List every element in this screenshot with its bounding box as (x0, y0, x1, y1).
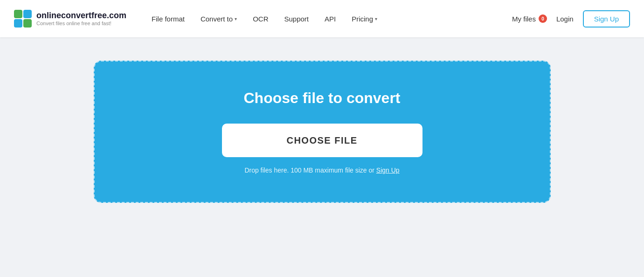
main-nav: File format Convert to ▾ OCR Support API… (145, 11, 512, 27)
nav-item-api[interactable]: API (318, 11, 342, 27)
files-count-badge: 0 (539, 14, 547, 23)
login-link[interactable]: Login (556, 15, 574, 23)
svg-rect-2 (14, 19, 22, 28)
svg-rect-0 (14, 10, 22, 18)
nav-item-convert-to[interactable]: Convert to ▾ (194, 11, 243, 27)
pricing-chevron-icon: ▾ (375, 16, 377, 21)
header-right: My files 0 Login Sign Up (512, 10, 630, 28)
nav-item-support[interactable]: Support (277, 11, 315, 27)
nav-item-pricing[interactable]: Pricing ▾ (345, 11, 384, 27)
brand-subtitle: Convert files online free and fast! (36, 21, 126, 27)
drop-hint: Drop files here. 100 MB maximum file siz… (244, 166, 399, 174)
upload-dropzone[interactable]: Choose file to convert CHOOSE FILE Drop … (94, 61, 551, 203)
logo-link[interactable]: onlineconvertfree.com Convert files onli… (14, 10, 126, 28)
my-files-link[interactable]: My files 0 (512, 14, 547, 23)
brand-title: onlineconvertfree.com (36, 11, 126, 21)
logo-icon (14, 10, 32, 28)
convert-to-chevron-icon: ▾ (235, 16, 237, 21)
choose-file-button[interactable]: CHOOSE FILE (222, 124, 422, 157)
upload-title: Choose file to convert (243, 90, 400, 107)
drop-hint-signup-link[interactable]: Sign Up (376, 166, 400, 174)
my-files-label: My files (512, 15, 536, 23)
svg-rect-1 (23, 10, 32, 18)
svg-rect-3 (23, 19, 32, 28)
main-content: Choose file to convert CHOOSE FILE Drop … (0, 37, 644, 226)
nav-item-ocr[interactable]: OCR (246, 11, 275, 27)
header: onlineconvertfree.com Convert files onli… (0, 0, 644, 37)
signup-button[interactable]: Sign Up (583, 10, 630, 28)
nav-item-file-format[interactable]: File format (145, 11, 191, 27)
